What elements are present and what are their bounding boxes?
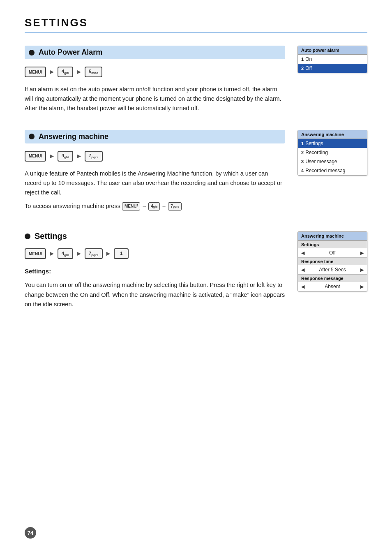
ss-sub-response-message: Response message: [298, 274, 367, 282]
am-panel-item-recording[interactable]: 2 Recording: [298, 148, 367, 157]
answering-machine-section: Answering machine MENU/ ► 4ghi ► 7pqrs A…: [25, 130, 367, 215]
auto-power-alarm-left: Auto Power Alarm MENU/ ► 4ghi ► 6mno If …: [25, 46, 285, 113]
menu-icon-label-2: MENU/: [29, 154, 42, 158]
am-panel-item-user-message[interactable]: 3 User message: [298, 157, 367, 166]
settings-sub-phone-panel: Answering machine Settings ◀ Off ▶ Respo…: [297, 231, 367, 291]
settings-sub-section: Settings MENU/ ► 4ghi ► 7pqrs ► 1: [25, 231, 367, 313]
ss-absent-label: Absent: [325, 284, 340, 289]
key-4-icon-3[interactable]: 4ghi: [58, 248, 73, 259]
am-item-num-3: 3: [301, 159, 304, 164]
am-item-recording: Recording: [305, 150, 328, 155]
menu-icon-label: MENU/: [29, 70, 42, 74]
menu-button-icon[interactable]: MENU/: [25, 67, 46, 77]
access-text-line: To access answering machine press MENU/ …: [25, 201, 285, 211]
nav-arrow-3: ►: [48, 153, 55, 160]
key-6-icon[interactable]: 6mno: [85, 67, 102, 77]
item-num-1: 1: [301, 57, 304, 62]
key-4-label-2: 4ghi: [62, 153, 69, 159]
am-item-num-1: 1: [301, 141, 304, 146]
auto-power-alarm-phone-panel: Auto power alarm 1 On 2 Off: [297, 46, 367, 73]
item-label-on: On: [305, 56, 312, 62]
ss-panel-title: Answering machine: [298, 232, 367, 240]
right-arrow-off: ▶: [360, 250, 364, 256]
left-arrow-secs: ◀: [301, 267, 304, 273]
key-1-label: 1: [120, 251, 122, 257]
item-num-2: 2: [301, 66, 304, 71]
ss-sub-response-time: Response time: [298, 257, 367, 265]
right-arrow-absent: ▶: [360, 284, 364, 289]
inline-arrow-2: →: [161, 203, 166, 210]
settings-sub-text: Settings: You can turn on or off the ans…: [25, 266, 285, 309]
left-arrow-absent: ◀: [301, 284, 304, 289]
nav-arrow-1: ►: [48, 68, 55, 76]
am-item-num-2: 2: [301, 150, 304, 155]
am-item-settings: Settings: [305, 141, 323, 146]
ss-item-after-secs[interactable]: ◀ After 5 Secs ▶: [298, 265, 367, 274]
settings-sub-title: Settings: [35, 231, 67, 241]
settings-subheader: Settings:: [25, 266, 285, 276]
ss-item-absent[interactable]: ◀ Absent ▶: [298, 282, 367, 291]
key-7-icon-2[interactable]: 7pqrs: [85, 248, 102, 259]
panel-title: Auto power alarm: [298, 46, 367, 55]
left-arrow-off: ◀: [301, 250, 304, 256]
key-4-label-3: 4ghi: [62, 251, 69, 257]
am-item-num-4: 4: [301, 168, 304, 173]
answering-machine-nav: MENU/ ► 4ghi ► 7pqrs: [25, 151, 285, 162]
answering-machine-phone-panel: Answering machine 1 Settings 2 Recording…: [297, 130, 367, 176]
panel-item-on[interactable]: 1 On: [298, 55, 367, 64]
inline-arrow-1: →: [142, 203, 147, 210]
key-1-icon[interactable]: 1: [114, 248, 129, 259]
inline-menu-icon: MENU/: [122, 202, 140, 210]
right-arrow-secs: ▶: [360, 267, 364, 273]
am-item-user-message: User message: [305, 159, 337, 164]
auto-power-alarm-title: Auto Power Alarm: [39, 48, 102, 57]
nav-arrow-2: ►: [76, 68, 82, 76]
nav-arrow-7: ►: [105, 250, 112, 257]
key-7-icon[interactable]: 7pqrs: [85, 151, 102, 162]
settings-sub-panel: Answering machine Settings ◀ Off ▶ Respo…: [297, 231, 367, 313]
ss-after-secs-label: After 5 Secs: [319, 267, 346, 273]
am-panel-item-settings[interactable]: 1 Settings: [298, 139, 367, 148]
ss-off-label: Off: [329, 250, 336, 256]
am-item-recorded: Recorded messag: [305, 168, 345, 173]
answering-machine-header: Answering machine: [25, 130, 285, 143]
inline-nav: MENU/ → 4ghi → 7pqrs: [122, 202, 182, 210]
auto-power-alarm-text: If an alarm is set on the auto power ala…: [25, 85, 285, 113]
key-4-icon[interactable]: 4ghi: [58, 67, 73, 77]
menu-button-icon-2[interactable]: MENU/: [25, 151, 46, 162]
panel-item-off[interactable]: 2 Off: [298, 64, 367, 73]
settings-sub-nav: MENU/ ► 4ghi ► 7pqrs ► 1: [25, 248, 285, 259]
page: SETTINGS Auto Power Alarm MENU/ ► 4ghi ►…: [0, 0, 392, 555]
ss-item-off[interactable]: ◀ Off ▶: [298, 248, 367, 257]
bullet-dot-3: [25, 234, 30, 239]
key-4-icon-2[interactable]: 4ghi: [58, 151, 73, 162]
answering-machine-title: Answering machine: [39, 132, 108, 141]
menu-icon-label-3: MENU/: [29, 252, 42, 256]
am-panel-item-recorded[interactable]: 4 Recorded messag: [298, 166, 367, 175]
page-number: 74: [25, 527, 36, 539]
nav-arrow-6: ►: [76, 250, 82, 257]
auto-power-alarm-section: Auto Power Alarm MENU/ ► 4ghi ► 6mno If …: [25, 46, 367, 113]
key-4-label: 4ghi: [62, 69, 69, 75]
inline-7-icon: 7pqrs: [168, 202, 182, 210]
auto-power-alarm-panel: Auto power alarm 1 On 2 Off: [297, 46, 367, 113]
key-6-label: 6mno: [89, 69, 98, 75]
menu-button-icon-3[interactable]: MENU/: [25, 248, 46, 259]
auto-power-alarm-nav: MENU/ ► 4ghi ► 6mno: [25, 67, 285, 77]
nav-arrow-5: ►: [48, 250, 55, 257]
nav-arrow-4: ►: [76, 153, 82, 160]
settings-sub-left: Settings MENU/ ► 4ghi ► 7pqrs ► 1: [25, 231, 285, 313]
settings-sub-header: Settings: [25, 231, 285, 241]
key-7-label: 7pqrs: [89, 153, 98, 159]
key-7-label-2: 7pqrs: [89, 251, 98, 257]
answering-machine-text: A unique feature of Pantech mobiles is t…: [25, 169, 285, 211]
ss-sub-settings: Settings: [298, 240, 367, 248]
answering-machine-panel: Answering machine 1 Settings 2 Recording…: [297, 130, 367, 215]
inline-4-icon: 4ghi: [148, 202, 160, 210]
item-label-off: Off: [305, 65, 312, 71]
bullet-dot-2: [29, 134, 35, 139]
bullet-dot: [29, 50, 35, 56]
am-panel-title: Answering machine: [298, 130, 367, 139]
auto-power-alarm-header: Auto Power Alarm: [25, 46, 285, 59]
page-title: SETTINGS: [25, 16, 367, 33]
